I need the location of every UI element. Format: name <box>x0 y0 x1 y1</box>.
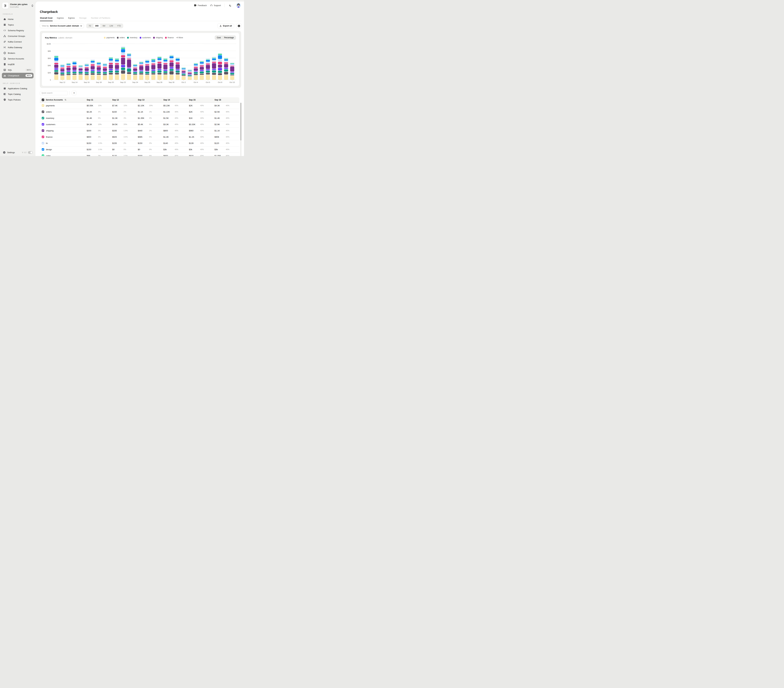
bar-oct-9[interactable] <box>224 58 228 80</box>
bar-segment-finance <box>194 67 198 68</box>
avatar[interactable] <box>236 3 241 8</box>
range-button-12m[interactable]: 12M <box>107 24 115 28</box>
row-checkbox-inventory[interactable] <box>42 117 44 119</box>
row-checkbox-payments[interactable] <box>42 104 44 107</box>
search-input[interactable] <box>40 91 68 95</box>
sidebar-item-topics[interactable]: Topics <box>2 22 33 28</box>
sidebar-item-brokers[interactable]: Brokers <box>2 50 33 56</box>
sidebar-item-consumer-groups[interactable]: Consumer Groups <box>2 33 33 39</box>
legend-item-customers[interactable]: customers <box>140 36 151 39</box>
bar-sep-16[interactable] <box>85 64 89 80</box>
tab-ingress[interactable]: Ingress <box>57 17 64 21</box>
bar-sep-28[interactable] <box>157 56 161 80</box>
tab-overall-cost[interactable]: Overall Cost <box>40 17 53 21</box>
bar-sep-11[interactable] <box>54 55 58 80</box>
sidebar-item-ksqldb[interactable]: ksqlDB <box>2 61 33 67</box>
dark-mode-button[interactable] <box>228 3 233 8</box>
bar-oct-4[interactable] <box>194 63 198 80</box>
unit-button-percentage[interactable]: Percentage <box>222 36 236 40</box>
bar-segment-customers <box>72 71 76 71</box>
sidebar-toggle[interactable] <box>28 151 33 154</box>
bar-sep-18[interactable] <box>97 62 101 80</box>
unit-button-cost[interactable]: Cost <box>215 36 222 40</box>
select-all-checkbox[interactable] <box>42 99 44 101</box>
bar-sep-22[interactable] <box>121 46 125 80</box>
bar-sep-21[interactable] <box>115 58 119 80</box>
bar-oct-6[interactable] <box>206 58 210 80</box>
sidebar-item-applications-catalog[interactable]: Applications Catalog <box>2 86 33 91</box>
bar-oct-1[interactable] <box>176 58 180 80</box>
row-label: shipping <box>46 130 53 132</box>
row-checkbox-customers[interactable] <box>42 123 44 125</box>
bar-sep-29[interactable] <box>163 58 168 80</box>
table-scrollbar[interactable] <box>240 103 242 156</box>
sidebar-item-kafka-connect[interactable]: Kafka Connect <box>2 39 33 44</box>
export-all-button[interactable]: Export all <box>217 23 234 28</box>
gear-icon <box>237 25 240 27</box>
sidebar-item-sql[interactable]: SQLBETA <box>2 67 33 73</box>
bar-sep-26[interactable] <box>145 59 149 80</box>
bar-oct-3[interactable] <box>188 69 192 80</box>
row-checkbox-hr[interactable] <box>42 142 44 145</box>
cluster-select-chevrons-icon[interactable] <box>31 5 33 7</box>
bar-oct-5[interactable] <box>200 61 204 80</box>
sidebar-item-topic-policies[interactable]: Topic Policies <box>2 97 33 102</box>
bar-segment-hr <box>91 63 95 64</box>
sidebar: Cluster pkc-yytws local-kafka CONSOLEHom… <box>0 0 35 156</box>
bar-oct-2[interactable] <box>181 67 186 80</box>
sort-icon[interactable] <box>64 99 66 101</box>
bar-sep-30[interactable] <box>170 55 174 80</box>
legend-item-payments[interactable]: payments <box>104 36 115 39</box>
support-button[interactable]: Support <box>210 4 221 7</box>
cluster-switcher[interactable]: Cluster pkc-yytws local-kafka <box>2 2 33 9</box>
legend-item-orders[interactable]: orders <box>117 36 125 39</box>
cost-value: $4.3K <box>87 123 98 125</box>
row-checkbox-finance[interactable] <box>42 136 44 138</box>
download-icon <box>219 25 222 27</box>
settings-label[interactable]: Settings <box>7 151 15 154</box>
bar-oct-10[interactable] <box>230 63 234 80</box>
range-button-30d[interactable]: 30D <box>93 24 100 28</box>
chart-settings-button[interactable] <box>236 23 242 28</box>
bar-sep-25[interactable] <box>139 61 143 80</box>
bar-sep-23[interactable] <box>127 53 131 80</box>
row-checkbox-orders[interactable] <box>42 110 44 113</box>
tab-egress[interactable]: Egress <box>68 17 75 21</box>
bar-sep-12[interactable] <box>60 64 64 80</box>
bar-sep-15[interactable] <box>79 65 82 80</box>
bar-oct-8[interactable] <box>218 53 222 80</box>
y-axis-tick-label: $8K <box>48 50 51 52</box>
add-filter-button[interactable]: + <box>72 91 76 95</box>
bar-sep-20[interactable] <box>109 57 113 80</box>
bar-sep-17[interactable] <box>91 59 95 80</box>
bar-sep-19[interactable] <box>103 63 107 80</box>
feedback-button[interactable]: Feedback <box>194 4 207 7</box>
legend-item-finance[interactable]: finance <box>165 36 174 39</box>
legend-item-inventory[interactable]: inventory <box>127 36 137 39</box>
bar-segment-payments <box>121 74 125 80</box>
sidebar-item-chargeback[interactable]: ChargebackBETA <box>2 73 33 78</box>
bar-segment-payments <box>66 76 71 80</box>
row-checkbox-sales[interactable] <box>42 155 44 156</box>
sidebar-item-home[interactable]: Home <box>2 16 33 22</box>
sidebar-item-topic-catalog[interactable]: Topic Catalog <box>2 91 33 97</box>
sidebar-item-kafka-gateway[interactable]: Kafka Gateway <box>2 44 33 50</box>
sidebar-item-label: Service Accounts <box>8 58 32 60</box>
range-button-6m[interactable]: 6M <box>101 24 107 28</box>
row-checkbox-design[interactable] <box>42 148 44 151</box>
bar-sep-27[interactable] <box>151 58 155 80</box>
range-button-7d[interactable]: 7D <box>87 24 93 28</box>
bar-sep-24[interactable] <box>133 64 137 80</box>
range-button-ytd[interactable]: YTD <box>115 24 123 28</box>
sidebar-item-schema-registry[interactable]: Schema Registry <box>2 28 33 33</box>
sidebar-item-service-accounts[interactable]: Service Accounts <box>2 56 33 61</box>
bar-oct-7[interactable] <box>212 57 216 80</box>
bar-sep-14[interactable] <box>72 61 76 80</box>
bar-segment-inventory <box>224 69 228 71</box>
row-checkbox-shipping[interactable] <box>42 129 44 132</box>
view-by-dropdown[interactable]: View by Service Account Label: domain <box>40 23 84 28</box>
bar-sep-13[interactable] <box>66 63 71 80</box>
legend-item-shipping[interactable]: shipping <box>153 36 163 39</box>
legend-more-label[interactable]: +4 More <box>176 36 183 39</box>
table-scrollbar-thumb[interactable] <box>240 103 242 140</box>
